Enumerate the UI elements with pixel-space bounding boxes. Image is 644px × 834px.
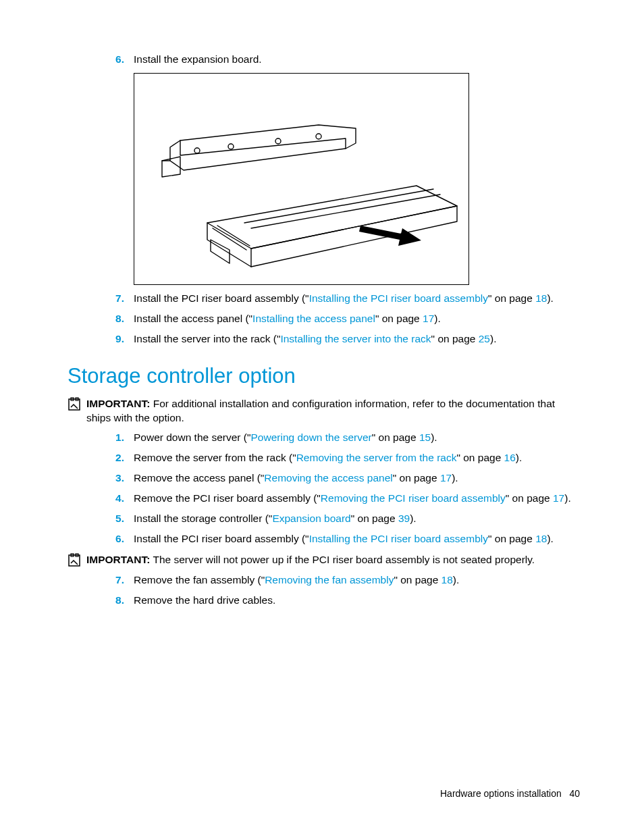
ordered-list-top: 6. Install the expansion board.	[99, 53, 580, 67]
cross-reference-link[interactable]: Removing the PCI riser board assembly	[321, 492, 506, 504]
list-item: 7. Remove the fan assembly ("Removing th…	[99, 573, 580, 588]
cross-reference-link[interactable]: Removing the fan assembly	[265, 574, 394, 585]
list-text: Install the expansion board.	[134, 53, 580, 67]
document-page: 6. Install the expansion board.	[0, 0, 644, 834]
note-icon	[68, 396, 86, 425]
list-text: Install the PCI riser board assembly ("I…	[134, 292, 580, 306]
list-number: 1.	[99, 431, 134, 445]
cross-reference-link[interactable]: Installing the server into the rack	[280, 333, 431, 344]
list-text: Install the PCI riser board assembly ("I…	[134, 532, 580, 546]
list-number: 5.	[99, 512, 134, 526]
page-reference-link[interactable]: 15	[419, 432, 431, 443]
list-item: 5. Install the storage controller ("Expa…	[99, 512, 580, 526]
list-number: 2.	[99, 451, 134, 465]
list-item: 1. Power down the server ("Powering down…	[99, 431, 580, 445]
cross-reference-link[interactable]: Installing the access panel	[252, 313, 375, 324]
page-reference-link[interactable]: 17	[553, 492, 564, 504]
cross-reference-link[interactable]: Expansion board	[272, 513, 350, 524]
list-text: Remove the server from the rack ("Removi…	[134, 451, 580, 465]
page-reference-link[interactable]: 18	[535, 292, 547, 304]
cross-reference-link[interactable]: Removing the server from the rack	[296, 452, 457, 463]
note-label: IMPORTANT:	[86, 398, 150, 409]
svg-point-3	[316, 134, 321, 139]
list-number: 7.	[99, 573, 134, 588]
cross-reference-link[interactable]: Installing the PCI riser board assembly	[309, 292, 488, 304]
page-reference-link[interactable]: 18	[441, 574, 453, 585]
page-reference-link[interactable]: 25	[479, 333, 490, 344]
list-text: Remove the PCI riser board assembly ("Re…	[134, 492, 580, 506]
list-item: 6. Install the PCI riser board assembly …	[99, 532, 580, 546]
cross-reference-link[interactable]: Removing the access panel	[264, 472, 392, 484]
list-text: Power down the server ("Powering down th…	[134, 431, 580, 445]
list-item: 9. Install the server into the rack ("In…	[99, 332, 580, 346]
list-text: Remove the access panel ("Removing the a…	[134, 471, 580, 486]
list-number: 6.	[99, 53, 134, 67]
list-item: 7. Install the PCI riser board assembly …	[99, 292, 580, 306]
page-reference-link[interactable]: 16	[504, 452, 516, 463]
list-text: Install the access panel ("Installing th…	[134, 312, 580, 326]
list-text: Remove the hard drive cables.	[134, 594, 580, 608]
footer-section: Hardware options installation	[440, 788, 562, 799]
expansion-board-figure	[134, 73, 469, 285]
note-text: IMPORTANT: The server will not power up …	[86, 552, 580, 568]
important-note: IMPORTANT: The server will not power up …	[68, 552, 580, 568]
section-heading: Storage controller option	[68, 364, 580, 388]
page-reference-link[interactable]: 17	[423, 313, 434, 324]
page-footer: Hardware options installation 40	[440, 788, 580, 799]
list-number: 8.	[99, 594, 134, 608]
list-item: 8. Install the access panel ("Installing…	[99, 312, 580, 326]
list-text: Install the storage controller ("Expansi…	[134, 512, 580, 526]
page-reference-link[interactable]: 17	[440, 472, 452, 484]
page-reference-link[interactable]: 39	[398, 513, 410, 524]
cross-reference-link[interactable]: Powering down the server	[251, 432, 372, 443]
list-number: 6.	[99, 532, 134, 546]
svg-point-1	[228, 144, 234, 149]
note-label: IMPORTANT:	[86, 554, 150, 565]
list-item: 4. Remove the PCI riser board assembly (…	[99, 492, 580, 506]
page-reference-link[interactable]: 18	[535, 533, 547, 544]
ordered-list-a: 1. Power down the server ("Powering down…	[99, 431, 580, 546]
list-item: 6. Install the expansion board.	[99, 53, 580, 67]
note-icon	[68, 552, 86, 568]
list-number: 7.	[99, 292, 134, 306]
svg-point-2	[275, 138, 281, 144]
expansion-board-illustration	[143, 81, 460, 277]
list-number: 9.	[99, 332, 134, 346]
list-number: 4.	[99, 492, 134, 506]
important-note: IMPORTANT: For additional installation a…	[68, 396, 580, 425]
svg-point-0	[194, 148, 200, 153]
footer-page-number: 40	[569, 788, 580, 799]
ordered-list-mid: 7. Install the PCI riser board assembly …	[99, 292, 580, 346]
list-number: 8.	[99, 312, 134, 326]
list-item: 8. Remove the hard drive cables.	[99, 594, 580, 608]
list-text: Install the server into the rack ("Insta…	[134, 332, 580, 346]
list-item: 2. Remove the server from the rack ("Rem…	[99, 451, 580, 465]
note-text: IMPORTANT: For additional installation a…	[86, 396, 580, 425]
list-item: 3. Remove the access panel ("Removing th…	[99, 471, 580, 486]
ordered-list-b: 7. Remove the fan assembly ("Removing th…	[99, 573, 580, 608]
list-text: Remove the fan assembly ("Removing the f…	[134, 573, 580, 588]
cross-reference-link[interactable]: Installing the PCI riser board assembly	[309, 533, 488, 544]
list-number: 3.	[99, 471, 134, 486]
